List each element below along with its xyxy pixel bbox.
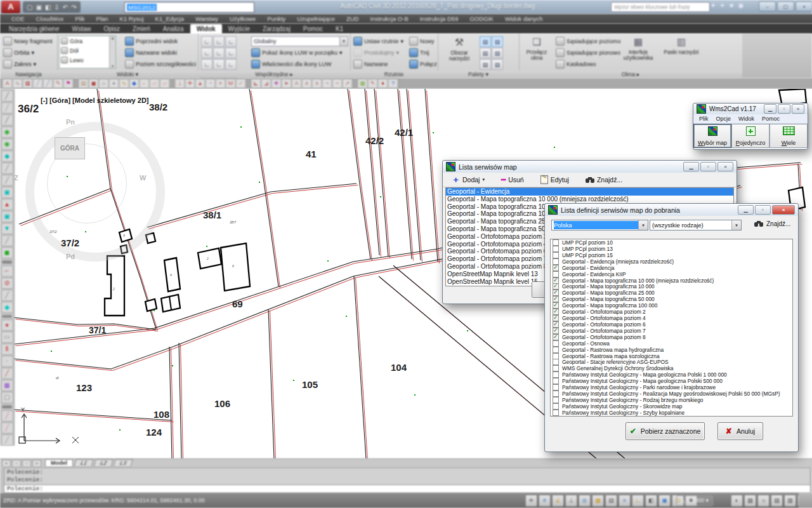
- przelacz-okna-button[interactable]: ❏ Przełącz okna: [523, 36, 551, 61]
- prostokatny-button[interactable]: Prostokątny ▾: [353, 48, 399, 57]
- map-definition-item[interactable]: Państwowy Instytut Geologiczny - Mapa ge…: [551, 378, 792, 384]
- minimize-icon[interactable]: ▁: [738, 205, 754, 215]
- toolbar-icon[interactable]: ▦: [23, 79, 32, 88]
- menu-item-godgik[interactable]: GODGiK: [464, 15, 498, 22]
- checkbox[interactable]: [553, 347, 559, 353]
- palette-toggle-icon[interactable]: ▤: [480, 59, 491, 70]
- map-service-item[interactable]: Geoportal - Ewidencja: [446, 188, 733, 196]
- map-definition-item[interactable]: Geoportal - Ortofotomapa poziom 4: [551, 315, 792, 321]
- draw-tool-icon[interactable]: ╱: [1, 368, 13, 379]
- infocenter-icon[interactable]: ✶: [719, 2, 724, 9]
- add-button[interactable]: ＋Dodaj▾: [452, 176, 485, 184]
- map-definition-item[interactable]: Państwowy Instytut Geologiczny - Rodzaj …: [551, 397, 792, 403]
- checkbox[interactable]: [553, 353, 559, 359]
- status-toggle-icon[interactable]: ▣: [658, 495, 671, 507]
- status-toggle-icon[interactable]: ✛: [525, 495, 537, 507]
- palette-toggle-icon[interactable]: ▤: [492, 36, 503, 47]
- close-icon[interactable]: ×: [717, 162, 733, 171]
- maximize-icon[interactable]: ▫: [755, 205, 771, 215]
- toolbar-icon[interactable]: ✓: [236, 79, 246, 88]
- infocenter-icon[interactable]: ◉: [738, 2, 744, 9]
- infocenter-icon[interactable]: ★: [729, 2, 735, 9]
- checkbox[interactable]: [553, 252, 559, 258]
- checkbox[interactable]: [553, 334, 559, 340]
- toolbar-icon[interactable]: ∧: [312, 79, 322, 88]
- status-tool-icon[interactable]: ☼: [757, 495, 769, 507]
- checkbox[interactable]: [553, 265, 559, 271]
- wlasciwosci-luw-button[interactable]: Właściwości dla ikony LUW: [251, 60, 332, 69]
- status-toggle-icon[interactable]: ⊥: [565, 495, 577, 507]
- draw-tool-icon[interactable]: ◉: [1, 126, 13, 138]
- map-definition-item[interactable]: Geoportal - Rastrowa mapa hydrograficzna: [551, 347, 792, 353]
- wms-button-wyb-r-map[interactable]: Wybór map: [693, 124, 731, 148]
- command-history[interactable]: Polecenie:Polecenie:: [4, 467, 811, 486]
- draw-tool-icon[interactable]: ▣: [1, 187, 13, 198]
- toolbar-icon[interactable]: ◔: [206, 79, 215, 88]
- toolbar-icon[interactable]: ~: [332, 79, 342, 88]
- map-definition-item[interactable]: Geoportal - Ewidencja KIIP: [551, 271, 792, 277]
- map-definition-item[interactable]: Geoportal - Osnowa: [551, 340, 792, 347]
- draw-tool-icon[interactable]: ▲: [1, 199, 13, 210]
- status-corner-grip[interactable]: [799, 493, 812, 508]
- toolbar-icon[interactable]: ▱: [150, 79, 159, 88]
- obszar-narzedzi-button[interactable]: ⚒ Obszar narzędzi: [444, 36, 475, 62]
- status-toggle-icon[interactable]: ∟: [632, 495, 644, 507]
- map-definition-item[interactable]: Geoportal - Stacje referencyjne ASG-EUPO…: [551, 359, 792, 366]
- checkbox[interactable]: [553, 371, 559, 378]
- draw-tool-icon[interactable]: ╱: [1, 290, 13, 301]
- map-definition-item[interactable]: Państwowy Instytut Geologiczny - Parki n…: [551, 384, 792, 391]
- qat-icon[interactable]: ▢: [27, 4, 32, 11]
- annotation-scale-button[interactable]: △ 1:1000 ▾: [676, 495, 713, 506]
- wms-button-pojedynczo[interactable]: Pojedynczo: [731, 124, 769, 148]
- minimize-icon[interactable]: ▁: [683, 162, 699, 171]
- draw-tool-icon[interactable]: ▭: [1, 331, 13, 343]
- ucs-style-icon[interactable]: ∟: [225, 36, 237, 47]
- ucs-style-icon[interactable]: ∟: [201, 36, 213, 47]
- map-definition-item[interactable]: Państwowy Instytut Geologiczny - Mapa ge…: [551, 371, 792, 378]
- checkbox[interactable]: [553, 340, 559, 347]
- qat-icon[interactable]: ◧: [45, 4, 51, 11]
- views-scrollbar[interactable]: ▲▾: [109, 36, 115, 68]
- menu-item-coe[interactable]: COE: [6, 15, 30, 22]
- polacz-button[interactable]: Połącz: [409, 60, 437, 69]
- wms-menu-opcje[interactable]: Opcje: [713, 116, 735, 122]
- view-option-lewo[interactable]: Lewo: [60, 55, 115, 65]
- zakres-button[interactable]: Zakres ▾: [3, 60, 36, 69]
- map-definition-item[interactable]: UMP PCpl poziom 13: [551, 246, 792, 252]
- draw-tool-icon[interactable]: ╱: [1, 90, 13, 102]
- orbita-button[interactable]: Orbita ▾: [3, 48, 34, 57]
- toolbar-icon[interactable]: ×: [216, 79, 225, 88]
- nazwane-widoki-button[interactable]: Nazwane widoki: [125, 48, 177, 57]
- toolbar-icon[interactable]: ✎: [368, 79, 377, 88]
- palette-toggle-grid[interactable]: ▤▤▤▤▤▤: [480, 36, 505, 70]
- draw-tool-icon[interactable]: ●: [1, 319, 13, 331]
- toolbar-icon[interactable]: ∿: [119, 79, 129, 88]
- qat-icon[interactable]: ▣: [36, 4, 41, 11]
- menu-item-u-ytkowe[interactable]: Użytkowe: [225, 15, 261, 22]
- toolbar-icon[interactable]: ⌂: [99, 79, 108, 88]
- menu-item-plan[interactable]: Plan: [91, 15, 114, 22]
- menu-item-instrukcja-d59[interactable]: Instrukcja D59: [415, 15, 464, 22]
- map-definition-item[interactable]: Geoportal - Ortofotomapa poziom 8: [551, 334, 792, 340]
- menu-item-k1-rysuj[interactable]: K1 Rysuj: [115, 15, 149, 22]
- draw-tool-icon[interactable]: ▣: [1, 211, 13, 222]
- status-toggle-icon[interactable]: ▦: [592, 495, 604, 507]
- menu-item-cloudwox[interactable]: CloudWox: [31, 15, 69, 22]
- tab-pomoc[interactable]: Pomoc: [297, 24, 329, 34]
- tab-zmie-[interactable]: Zmień: [126, 24, 157, 34]
- checkbox[interactable]: [553, 246, 559, 252]
- chevron-down-icon[interactable]: ▼: [638, 220, 648, 230]
- compass-east-label[interactable]: W: [140, 174, 146, 182]
- view-option-góra[interactable]: Góra: [60, 36, 115, 46]
- menu-item-plik[interactable]: Plik: [70, 15, 89, 22]
- map-definition-item[interactable]: UMP PCpl poziom 10: [551, 239, 792, 246]
- cancel-button[interactable]: ✘Anuluj: [717, 422, 763, 440]
- palette-toggle-icon[interactable]: ▤: [480, 36, 491, 47]
- draw-tool-icon[interactable]: ◉: [1, 138, 13, 150]
- status-tool-icon[interactable]: ▤: [771, 495, 783, 507]
- viewport-label[interactable]: [-] [Góra] [Model szkieletowy 2D]: [41, 97, 149, 104]
- toolbar-icon[interactable]: ♦: [378, 79, 388, 88]
- kaskadowo-button[interactable]: Kaskadowo: [556, 60, 596, 69]
- checkbox[interactable]: [553, 391, 559, 397]
- map-definition-item[interactable]: Geoportal - Mapa topograficzna 50 000: [551, 296, 792, 302]
